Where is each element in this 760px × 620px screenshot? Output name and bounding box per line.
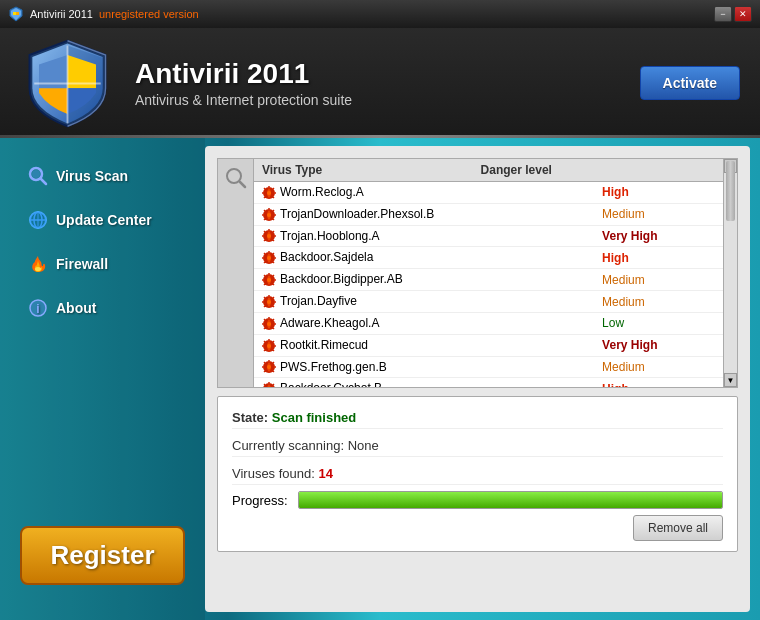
svg-line-79	[264, 319, 265, 320]
svg-point-47	[267, 256, 271, 260]
svg-line-51	[273, 262, 274, 263]
progress-bar-fill	[299, 492, 722, 508]
svg-line-52	[264, 253, 265, 254]
sidebar-item-update-center[interactable]: Update Center	[8, 202, 197, 238]
virus-name-cell: PWS.Frethog.gen.B	[254, 356, 594, 378]
col-virus-type: Virus Type	[254, 159, 473, 182]
svg-rect-2	[13, 12, 16, 15]
svg-line-63	[264, 284, 265, 285]
table-row: Rootkit.Rimecud Very High	[254, 334, 723, 356]
svg-line-27	[264, 197, 265, 198]
svg-line-96	[273, 371, 274, 372]
svg-line-76	[273, 319, 274, 320]
table-row: Adware.Kheagol.A Low	[254, 312, 723, 334]
svg-line-72	[264, 306, 265, 307]
virus-name-cell: Backdoor.Sajdela	[254, 247, 594, 269]
virus-name-cell: Rootkit.Rimecud	[254, 334, 594, 356]
danger-level-cell: High	[594, 182, 723, 203]
title-bar: Antivirii 2011 unregistered version − ✕	[0, 0, 760, 28]
state-line: State: Scan finished	[232, 407, 723, 429]
header-title: Antivirii 2011	[135, 58, 620, 90]
scroll-down-btn[interactable]: ▼	[724, 373, 737, 387]
svg-rect-3	[16, 12, 19, 15]
header-text: Antivirii 2011 Antivirus & Internet prot…	[135, 58, 620, 108]
main-window: Antivirii 2011 Antivirus & Internet prot…	[0, 28, 760, 620]
info-icon: i	[28, 298, 48, 318]
progress-row: Progress:	[232, 491, 723, 509]
svg-line-85	[273, 341, 274, 342]
svg-line-69	[273, 306, 274, 307]
sidebar-item-about[interactable]: i About	[8, 290, 197, 326]
window-controls: − ✕	[714, 6, 752, 22]
danger-level-cell: Medium	[594, 269, 723, 291]
svg-line-97	[264, 362, 265, 363]
minimize-button[interactable]: −	[714, 6, 732, 22]
svg-point-92	[267, 365, 271, 369]
scanning-value: None	[348, 438, 379, 453]
virus-icon	[262, 186, 276, 200]
virus-table-body: Worm.Reclog.A High TrojanDownloader.Phex…	[254, 182, 723, 387]
sidebar: Virus Scan Update Center Firew	[0, 138, 205, 620]
header-subtitle: Antivirus & Internet protection suite	[135, 92, 620, 108]
scrollbar[interactable]: ▲ ▼	[723, 159, 737, 387]
firewall-label: Firewall	[56, 256, 108, 272]
register-button[interactable]: Register	[20, 526, 185, 585]
svg-line-25	[264, 188, 265, 189]
svg-line-18	[240, 182, 245, 187]
svg-point-17	[227, 169, 241, 183]
unregistered-label: unregistered version	[99, 8, 199, 20]
table-row: Trojan.Dayfive Medium	[254, 291, 723, 313]
remove-all-button[interactable]: Remove all	[633, 515, 723, 541]
search-icon[interactable]	[225, 167, 247, 189]
table-row: Backdoor.Cycbot.B High	[254, 378, 723, 387]
svg-line-58	[273, 275, 274, 276]
svg-point-65	[267, 300, 271, 304]
state-value: Scan finished	[272, 410, 357, 425]
app-title: Antivirii 2011	[30, 8, 93, 20]
svg-point-83	[267, 344, 271, 348]
virus-icon	[262, 339, 276, 353]
svg-line-36	[264, 219, 265, 220]
header: Antivirii 2011 Antivirus & Internet prot…	[0, 28, 760, 138]
svg-line-70	[264, 297, 265, 298]
svg-line-99	[264, 371, 265, 372]
activate-button[interactable]: Activate	[640, 66, 740, 100]
virus-icon	[262, 251, 276, 265]
shield-logo	[20, 36, 115, 131]
scanning-line: Currently scanning: None	[232, 435, 723, 457]
virus-icon	[262, 295, 276, 309]
virus-name-cell: Trojan.Hooblong.A	[254, 225, 594, 247]
virus-scan-label: Virus Scan	[56, 168, 128, 184]
close-button[interactable]: ✕	[734, 6, 752, 22]
svg-point-13	[30, 212, 46, 228]
content-area: Virus Type Danger level	[205, 146, 750, 612]
svg-line-43	[264, 231, 265, 232]
scanning-label: Currently scanning:	[232, 438, 344, 453]
danger-level-cell: High	[594, 378, 723, 387]
virus-icon	[262, 273, 276, 287]
scroll-thumb[interactable]	[726, 161, 735, 221]
register-container: Register	[0, 511, 205, 600]
sidebar-item-virus-scan[interactable]: Virus Scan	[8, 158, 197, 194]
virus-table-wrapper: Virus Type Danger level	[254, 159, 723, 387]
danger-level-cell: Very High	[594, 334, 723, 356]
svg-point-38	[267, 234, 271, 238]
svg-line-60	[273, 284, 274, 285]
virus-list-container: Virus Type Danger level	[217, 158, 738, 388]
virus-table-scroll[interactable]: Worm.Reclog.A High TrojanDownloader.Phex…	[254, 182, 723, 387]
virus-icon	[262, 208, 276, 222]
virus-table: Virus Type Danger level	[254, 159, 723, 182]
svg-point-29	[267, 213, 271, 217]
title-bar-left: Antivirii 2011 unregistered version	[8, 6, 199, 22]
viruses-label: Viruses found:	[232, 466, 315, 481]
viruses-found-line: Viruses found: 14	[232, 463, 723, 485]
svg-line-78	[273, 328, 274, 329]
table-row: Backdoor.Sajdela High	[254, 247, 723, 269]
svg-point-74	[267, 322, 271, 326]
table-row: Trojan.Hooblong.A Very High	[254, 225, 723, 247]
virus-name-cell: Backdoor.Bigdipper.AB	[254, 269, 594, 291]
virus-icon	[262, 382, 276, 387]
table-row: Worm.Reclog.A High	[254, 182, 723, 203]
sidebar-item-firewall[interactable]: Firewall	[8, 246, 197, 282]
svg-line-8	[41, 179, 46, 184]
